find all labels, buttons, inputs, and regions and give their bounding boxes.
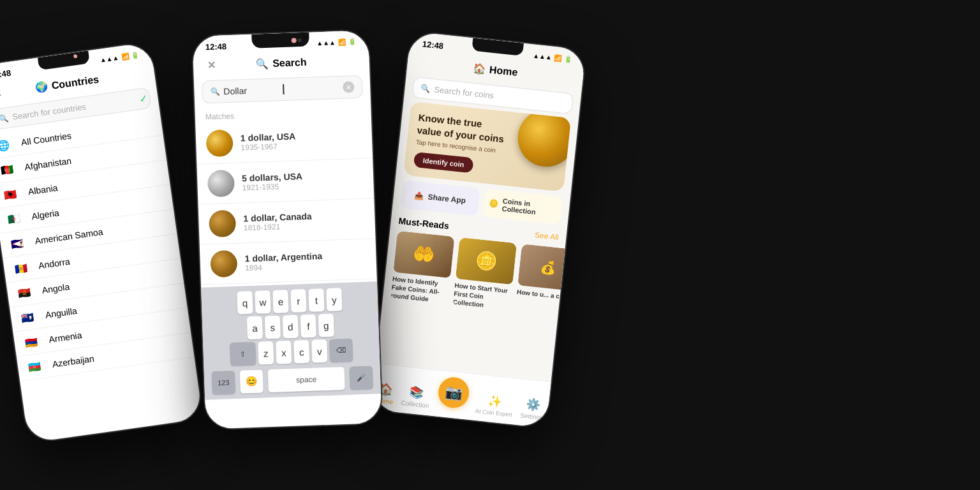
search-input[interactable]: 🔍 Dollar ✕ <box>202 75 363 104</box>
share-app-button[interactable]: 📤 Share App <box>400 180 480 216</box>
ai-nav-icon: ✨ <box>487 394 503 409</box>
collection-nav-icon: 📚 <box>408 385 424 400</box>
key-d[interactable]: d <box>283 315 299 338</box>
flag-af: 🇦🇫 <box>0 163 18 176</box>
close-button-left[interactable]: ✕ <box>0 85 6 102</box>
country-name: Anguilla <box>45 306 78 320</box>
search-results: Matches 1 dollar, USA 1935-1967 5 dollar… <box>195 101 377 287</box>
camera-button[interactable]: 📷 <box>437 376 471 410</box>
emoji-key[interactable]: 😊 <box>240 369 264 393</box>
search-header-icon: 🔍 <box>256 57 269 70</box>
flag-all: 🌐 <box>0 138 15 151</box>
coin-years: 1818-1921 <box>244 221 313 233</box>
article-thumbnail-3: 💰 <box>517 244 565 291</box>
text-cursor <box>283 84 285 94</box>
flag-am: 🇦🇲 <box>24 335 42 348</box>
home-search-placeholder: Search for coins <box>434 85 494 101</box>
nav-settings[interactable]: ⚙️ Settings <box>520 397 546 422</box>
key-a[interactable]: a <box>247 316 263 339</box>
key-r[interactable]: r <box>290 289 306 313</box>
coin-result-item[interactable]: 1 dollar, Argentina 1894 <box>200 239 377 285</box>
coin-years: 1894 <box>245 261 323 272</box>
coins-collection-button[interactable]: 🪙 Coins in Collection <box>482 189 563 225</box>
article-card[interactable]: 💰 How to u... a c... <box>515 244 565 318</box>
keyboard-row-3: ⇧ z x c v ⌫ <box>205 338 377 366</box>
flag-as: 🇦🇸 <box>10 237 28 250</box>
phone-right: 12:48 ▲▲▲ 📶 🔋 🏠 Home 🔍 Search for coins … <box>369 30 587 429</box>
coin-result-item[interactable]: 1 dollar, USA 1935-1967 <box>195 118 373 165</box>
coin-result-item[interactable]: 1 dollar, Canada 1818-1921 <box>198 198 376 245</box>
close-button-center[interactable]: ✕ <box>204 57 219 73</box>
key-q[interactable]: q <box>237 291 253 315</box>
nav-camera[interactable]: 📷 <box>436 376 470 413</box>
key-t[interactable]: t <box>308 288 324 312</box>
article-title-3: How to u... a c... <box>516 288 565 302</box>
key-y[interactable]: y <box>326 288 342 311</box>
article-title-1: How to Identify Fake Coins: All-round Gu… <box>390 274 450 305</box>
coin-thumbnail-silver <box>207 170 235 197</box>
flag-ad: 🇦🇩 <box>13 261 31 274</box>
space-key[interactable]: space <box>268 367 345 392</box>
article-card[interactable]: 🤲 How to Identify Fake Coins: All-round … <box>390 231 455 306</box>
see-all-link[interactable]: See All <box>535 230 560 242</box>
key-g[interactable]: g <box>318 314 334 338</box>
search-icon-center: 🔍 <box>210 87 219 97</box>
article-card[interactable]: 🪙 How to Start Your First Coin Collectio… <box>452 237 517 312</box>
key-x[interactable]: x <box>276 341 292 364</box>
status-icons-center: ▲▲▲ 📶 🔋 <box>316 38 356 47</box>
numbers-key[interactable]: 123 <box>212 371 235 394</box>
search-value: Dollar <box>223 84 283 96</box>
mic-key[interactable]: 🎤 <box>350 366 373 389</box>
countries-icon: 🌍 <box>34 80 48 94</box>
coin-years: 1921-1935 <box>242 181 302 192</box>
identify-button[interactable]: Identify coin <box>413 152 474 174</box>
countries-search-placeholder: Search for countries <box>11 102 86 122</box>
phone-center: 12:48 ▲▲▲ 📶 🔋 ✕ 🔍 Search 🔍 Dollar ✕ Matc… <box>191 29 383 430</box>
share-label: Share App <box>427 192 466 205</box>
key-v[interactable]: v <box>311 339 327 363</box>
coin-info: 1 dollar, Canada 1818-1921 <box>243 211 312 233</box>
delete-key[interactable]: ⌫ <box>329 339 353 362</box>
keyboard-row-1: q w e r t y <box>204 286 375 315</box>
home-title: Home <box>489 64 518 78</box>
article-thumbnail-2: 🪙 <box>456 237 517 285</box>
country-name: Azerbaijan <box>52 353 95 369</box>
nav-ai[interactable]: ✨ AI Coin Expert <box>475 392 514 418</box>
countries-list: 🌐 All Countries 🇦🇫 Afghanistan 🇦🇱 Albani… <box>0 111 195 382</box>
keyboard[interactable]: q w e r t y a s d f g ⇧ z x c v ⌫ 123 😊 … <box>201 281 381 400</box>
keyboard-bottom: 123 😊 space 🎤 <box>207 363 378 397</box>
coin-info: 1 dollar, Argentina 1894 <box>244 251 323 272</box>
article-thumbnail-1: 🤲 <box>393 231 454 278</box>
country-name: Angola <box>41 281 70 295</box>
nav-collection-label: Collection <box>401 399 429 410</box>
coin-info: 5 dollars, USA 1921-1935 <box>242 171 303 192</box>
key-s[interactable]: s <box>265 315 281 339</box>
hero-banner[interactable]: Know the true value of your coins Tap he… <box>403 101 571 192</box>
key-e[interactable]: e <box>272 290 288 313</box>
key-c[interactable]: c <box>293 340 309 364</box>
nav-ai-label: AI Coin Expert <box>475 408 513 418</box>
flag-al: 🇦🇱 <box>3 187 21 200</box>
search-icon-left: 🔍 <box>0 113 9 123</box>
share-icon: 📤 <box>414 191 424 200</box>
coin-result-item[interactable]: 5 dollars, USA 1921-1935 <box>197 158 374 205</box>
status-icons-left: ▲▲▲ 📶 🔋 <box>100 51 140 63</box>
shift-key[interactable]: ⇧ <box>230 342 256 366</box>
hero-coin <box>515 107 571 170</box>
coin-thumbnail-bronze1 <box>209 210 236 237</box>
key-f[interactable]: f <box>301 315 316 338</box>
flag-ao: 🇦🇴 <box>17 286 35 299</box>
coin-years: 1935-1967 <box>241 141 296 152</box>
country-name: All Countries <box>20 130 72 147</box>
key-z[interactable]: z <box>258 341 274 365</box>
time-right: 12:48 <box>422 39 444 50</box>
coin-name: 5 dollars, USA <box>242 171 302 183</box>
nav-collection[interactable]: 📚 Collection <box>401 384 431 409</box>
nav-settings-label: Settings <box>520 412 544 421</box>
search-clear-button[interactable]: ✕ <box>343 81 355 93</box>
flag-az: 🇦🇿 <box>27 360 45 373</box>
phone-left: 12:48 ▲▲▲ 📶 🔋 ✕ 🌍 Countries 🔍 Search for… <box>0 40 204 444</box>
key-w[interactable]: w <box>255 290 271 314</box>
search-title: Search <box>272 56 307 69</box>
coin-thumbnail-gold <box>205 130 233 157</box>
